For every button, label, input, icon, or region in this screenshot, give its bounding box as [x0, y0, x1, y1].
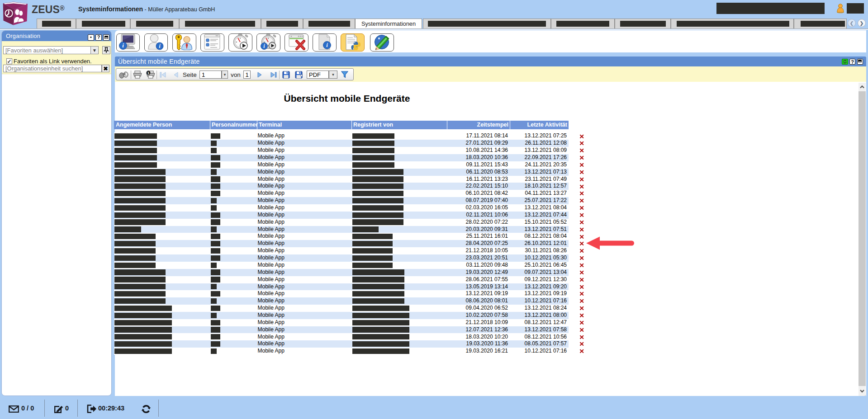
- svg-text:1: 1: [147, 71, 150, 75]
- svg-text:i: i: [159, 42, 161, 49]
- svg-text:i: i: [122, 42, 124, 49]
- svg-text:i: i: [326, 42, 328, 48]
